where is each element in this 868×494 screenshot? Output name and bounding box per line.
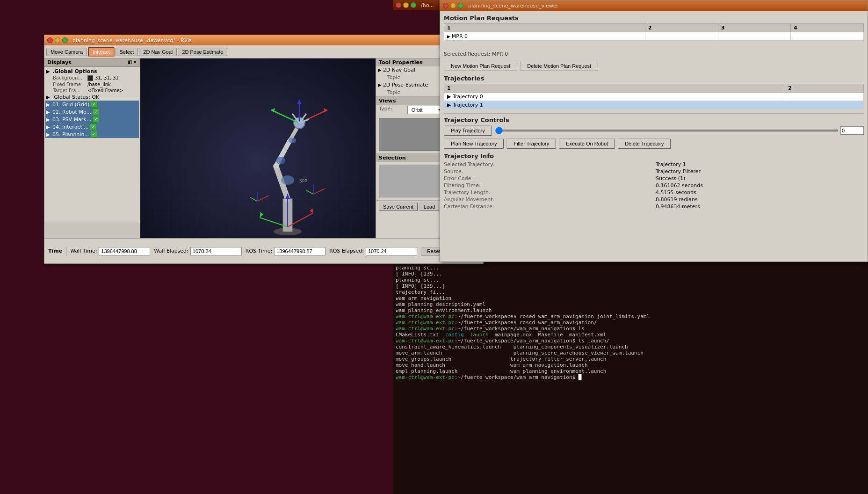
terminal-line: wam-ctrl@wam-ext-pc:~/fuerte_workspace$ …: [396, 320, 865, 326]
wall-elapsed-label: Wall Elapsed:: [154, 248, 188, 254]
terminal-line: wam_planning_description.yaml: [396, 301, 865, 307]
displays-title: Displays: [47, 59, 72, 65]
displays-header-icons: ◧ ✕: [128, 59, 137, 65]
di01-arrow: ▶: [46, 102, 51, 107]
filter-time-label: Filtering Time:: [444, 182, 652, 189]
traj-length-label: Trajectory Length:: [444, 189, 652, 196]
traj-row1-col1: ▶ Trajectory 1: [444, 101, 785, 109]
sel-traj-label: Selected Trajectory:: [444, 161, 652, 167]
traj-row-0[interactable]: ▶ Trajectory 0: [444, 93, 864, 101]
svg-marker-18: [297, 100, 302, 104]
di05-arrow: ▶: [46, 132, 51, 137]
di03-label: 03. PSV Mark...: [52, 116, 91, 123]
terminal-min-btn[interactable]: [403, 2, 409, 8]
terminal-line: wam-ctrl@wam-ext-pc:~/fuerte_workspace$ …: [396, 313, 865, 320]
terminal-line: wam_arm_navigation: [396, 295, 865, 301]
filter-time-value: 0.161062 seconds: [656, 182, 864, 189]
di02-check[interactable]: ✓: [93, 109, 99, 115]
pose-est-topic-label: Topic: [387, 89, 400, 95]
wall-time-input[interactable]: 1396447998.88: [99, 247, 150, 255]
views-type-label: Type:: [379, 106, 392, 114]
wall-time-label: Wall Time:: [70, 248, 97, 254]
di01-check[interactable]: ✓: [91, 101, 97, 108]
mpr-buttons: New Motion Plan Request Delete Motion Pl…: [444, 61, 864, 71]
svg-point-31: [289, 138, 296, 143]
views-type-select[interactable]: Orbit: [407, 106, 445, 114]
traj-num-input[interactable]: [840, 126, 864, 135]
display-item-05[interactable]: ▶ 05. Plannnin... ✓: [45, 131, 139, 138]
rviz-close-btn[interactable]: [47, 37, 53, 43]
terminal-line: [ INFO] [139...]: [396, 283, 865, 289]
global-options-item[interactable]: ▶ .Global Options: [45, 68, 139, 75]
wall-elapsed-group: Wall Elapsed:: [154, 247, 241, 255]
traj-slider[interactable]: [495, 130, 838, 131]
filter-traj-btn[interactable]: Filter Trajectory: [506, 138, 556, 149]
di02-label: 02. Robot Mo...: [52, 109, 91, 115]
svg-point-30: [276, 157, 285, 164]
di05-check[interactable]: ✓: [91, 131, 97, 138]
rviz-window: planning_scene_warehouse_viewer.vcg* - R…: [44, 35, 484, 264]
mpr-col3: 3: [718, 24, 791, 32]
traj-title: Trajectories: [444, 75, 864, 82]
fixed-frame-prop: Fixed Frame /base_link: [45, 81, 139, 87]
rviz-max-btn[interactable]: [62, 37, 68, 43]
new-mpr-btn[interactable]: New Motion Plan Request: [444, 61, 517, 71]
mpr-row0-col4: [791, 32, 864, 41]
display-item-01[interactable]: ▶ 01. Grid (Grid) ✓: [45, 101, 139, 108]
display-item-02[interactable]: ▶ 02. Robot Mo... ✓: [45, 108, 139, 116]
select-btn[interactable]: Select: [116, 48, 138, 56]
error-code-value: Success (1): [656, 175, 864, 182]
mpr-selected-label: Selected Request: MPR 0: [444, 50, 864, 58]
terminal-line: [ INFO] [139...: [396, 271, 865, 277]
wall-elapsed-input[interactable]: [190, 247, 242, 255]
mpr-row-0[interactable]: MPR 0: [444, 32, 864, 41]
display-item-03[interactable]: ▶ 03. PSV Mark... ✓: [45, 116, 139, 123]
global-options-label: .Global Options: [52, 68, 97, 74]
time-divider: [66, 247, 66, 256]
save-current-btn[interactable]: Save Current: [379, 203, 418, 211]
traj-section: Trajectories 1 2 ▶ Trajectory 0 ▶ Trajec…: [444, 75, 864, 109]
di01-label: 01. Grid (Grid): [52, 102, 89, 108]
traj-row-1[interactable]: ▶ Trajectory 1: [444, 101, 864, 109]
svg-text:SPP: SPP: [299, 179, 307, 183]
terminal-line: move_arm.launch planning_scene_warehouse…: [396, 350, 865, 356]
plan-new-traj-btn[interactable]: Plan New Trajectory: [444, 138, 504, 149]
ros-elapsed-input[interactable]: [366, 247, 417, 255]
delete-mpr-btn[interactable]: Delete Motion Plan Request: [520, 61, 598, 71]
load-view-btn[interactable]: Load: [420, 203, 439, 211]
sel-traj-value: Trajectory 1: [656, 161, 864, 167]
pose-estimate-btn[interactable]: 2D Pose Estimate: [178, 48, 227, 56]
rviz-min-btn[interactable]: [55, 37, 60, 43]
displays-panel: Displays ◧ ✕ ▶ .Global Options Backgroun…: [44, 58, 140, 263]
di04-arrow: ▶: [46, 124, 51, 130]
plan-max-btn[interactable]: [458, 3, 463, 8]
delete-traj-btn[interactable]: Delete Trajectory: [618, 138, 671, 149]
terminal-max-btn[interactable]: [411, 2, 416, 8]
di04-label: 04. Interacti...: [52, 124, 88, 130]
bg-label: Backgroun...: [53, 75, 86, 81]
ros-time-input[interactable]: [274, 247, 326, 255]
plan-min-btn[interactable]: [450, 3, 456, 8]
di04-check[interactable]: ✓: [90, 124, 96, 130]
move-camera-btn[interactable]: Move Camera: [46, 48, 87, 56]
displays-icon1: ◧: [128, 59, 132, 65]
nav-goal-btn[interactable]: 2D Nav Goal: [139, 48, 177, 56]
display-item-04[interactable]: ▶ 04. Interacti... ✓: [45, 123, 139, 131]
error-code-label: Error Code:: [444, 175, 652, 182]
3d-viewport[interactable]: SPP: [140, 58, 376, 263]
angular-move-label: Angular Movement:: [444, 196, 652, 203]
global-options-arrow: ▶: [46, 69, 51, 74]
terminal-close-btn[interactable]: [396, 2, 401, 8]
plan-close-btn[interactable]: [443, 3, 448, 8]
terminal-line: move_hand.launch wam_arm_navigation.laun…: [396, 362, 865, 368]
di03-check[interactable]: ✓: [93, 116, 99, 123]
global-status-item[interactable]: ▶ .Global Status: OK: [45, 94, 139, 101]
mpr-row0-col1: MPR 0: [444, 32, 645, 41]
execute-robot-btn[interactable]: Execute On Robot: [559, 138, 615, 149]
ros-time-label: ROS Time:: [246, 248, 272, 254]
interact-btn[interactable]: Interact: [88, 47, 115, 57]
terminal-panel: planning sc... [ INFO] [139... planning …: [393, 262, 868, 494]
play-traj-btn[interactable]: Play Trajectory: [444, 125, 492, 136]
nav-goal-topic-label: Topic: [387, 74, 400, 80]
traj-col1: 1: [444, 84, 785, 93]
